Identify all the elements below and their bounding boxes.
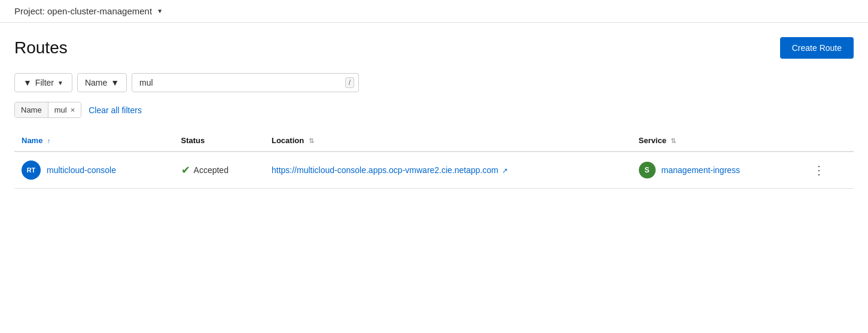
- status-text: Accepted: [194, 165, 229, 175]
- name-dropdown-button[interactable]: Name ▼: [77, 73, 127, 92]
- status-check-icon: ✔: [181, 164, 190, 177]
- filter-dropdown-button[interactable]: ▼ Filter ▼: [14, 73, 72, 92]
- th-service[interactable]: Service ⇅: [632, 130, 801, 152]
- external-link-icon: ↗: [502, 166, 508, 175]
- search-input-wrapper: /: [132, 73, 359, 92]
- filter-chip-name: Name mul ×: [14, 102, 81, 118]
- filter-chip-value-wrapper: mul ×: [48, 102, 81, 117]
- th-status-label: Status: [181, 136, 205, 145]
- main-content: Routes Create Route ▼ Filter ▼ Name ▼ / …: [0, 23, 868, 203]
- route-actions-cell: ⋮: [801, 152, 854, 189]
- page-title: Routes: [14, 38, 68, 57]
- table-row: RT multicloud-console ✔ Accepted https:/…: [14, 152, 854, 189]
- filter-funnel-icon: ▼: [23, 78, 32, 87]
- sort-neutral-service-icon: ⇅: [671, 137, 676, 145]
- filter-chip-value-text: mul: [54, 105, 67, 114]
- th-status[interactable]: Status: [174, 130, 264, 152]
- routes-table: Name ↑ Status Location ⇅ Service ⇅: [14, 130, 854, 189]
- th-name[interactable]: Name ↑: [14, 130, 174, 152]
- create-route-button[interactable]: Create Route: [780, 37, 854, 59]
- filter-chip-remove-button[interactable]: ×: [71, 106, 75, 114]
- project-label: Project: open-cluster-management: [14, 6, 152, 16]
- th-service-label: Service: [639, 136, 666, 145]
- project-chevron-icon: ▼: [157, 8, 163, 14]
- route-name-link[interactable]: multicloud-console: [47, 165, 116, 175]
- page-header: Routes Create Route: [14, 37, 854, 59]
- service-type-badge: S: [639, 162, 656, 178]
- name-dropdown-label: Name: [85, 78, 107, 87]
- filter-label: Filter: [35, 78, 54, 87]
- row-kebab-menu-button[interactable]: ⋮: [808, 161, 830, 180]
- th-actions: [801, 130, 854, 152]
- service-name-link[interactable]: management-ingress: [662, 165, 741, 175]
- search-input[interactable]: [132, 73, 359, 92]
- sort-neutral-location-icon: ⇅: [309, 137, 314, 145]
- th-location-label: Location: [272, 136, 304, 145]
- name-dropdown-chevron-icon: ▼: [111, 78, 119, 87]
- project-selector[interactable]: Project: open-cluster-management ▼: [14, 6, 163, 16]
- sort-asc-icon: ↑: [47, 137, 51, 144]
- route-name-cell: RT multicloud-console: [14, 152, 174, 189]
- filter-chip-label: Name: [15, 102, 48, 117]
- route-location-cell: https://multicloud-console.apps.ocp-vmwa…: [264, 152, 632, 189]
- route-service-cell: S management-ingress: [632, 152, 801, 189]
- filter-chips-row: Name mul × Clear all filters: [14, 102, 854, 118]
- route-status-cell: ✔ Accepted: [174, 152, 264, 189]
- location-url-link[interactable]: https://multicloud-console.apps.ocp-vmwa…: [272, 165, 508, 175]
- location-url-text: https://multicloud-console.apps.ocp-vmwa…: [272, 165, 498, 175]
- clear-all-filters-link[interactable]: Clear all filters: [89, 105, 142, 115]
- table-body: RT multicloud-console ✔ Accepted https:/…: [14, 152, 854, 189]
- th-name-label: Name: [22, 136, 42, 145]
- th-location[interactable]: Location ⇅: [264, 130, 632, 152]
- top-bar: Project: open-cluster-management ▼: [0, 0, 868, 23]
- filter-chevron-icon: ▼: [57, 80, 63, 86]
- table-header: Name ↑ Status Location ⇅ Service ⇅: [14, 130, 854, 152]
- route-type-badge: RT: [22, 161, 41, 180]
- filter-row: ▼ Filter ▼ Name ▼ /: [14, 73, 854, 92]
